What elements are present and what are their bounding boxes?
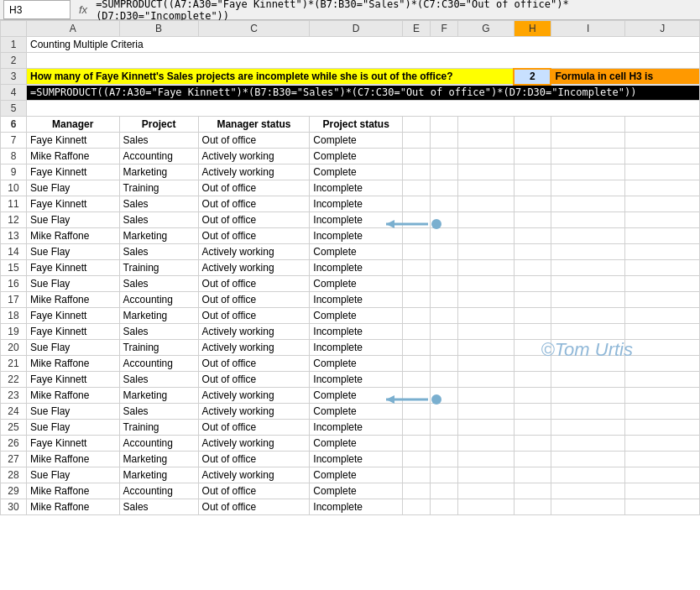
cell-manager[interactable]: Sue Flay (26, 276, 119, 292)
cell-manager[interactable]: Mike Raffone (26, 452, 119, 467)
data-row[interactable]: 27Mike RaffoneMarketingOut of officeInco… (1, 452, 700, 467)
cell-project[interactable]: Sales (119, 324, 198, 340)
cell-status[interactable]: Out of office (198, 356, 310, 372)
cell-project[interactable]: Sales (119, 133, 198, 149)
cell-manager[interactable]: Mike Raffone (26, 483, 119, 499)
cell-status[interactable]: Out of office (198, 276, 310, 292)
cell-project[interactable]: Accounting (119, 149, 198, 164)
cell-project[interactable]: Marketing (119, 308, 198, 324)
data-row[interactable]: 10Sue FlayTrainingOut of officeIncomplet… (1, 180, 700, 196)
data-row[interactable]: 23Mike RaffoneMarketingActively workingC… (1, 388, 700, 404)
cell-project[interactable]: Training (119, 180, 198, 196)
data-row[interactable]: 16Sue FlaySalesOut of officeComplete (1, 276, 700, 292)
cell-status[interactable]: Out of office (198, 452, 310, 467)
cell-status[interactable]: Out of office (198, 292, 310, 308)
cell-proj-status[interactable]: Complete (310, 244, 403, 260)
cell-manager[interactable]: Faye Kinnett (26, 372, 119, 388)
cell-proj-status[interactable]: Incomplete (310, 260, 403, 276)
col-header-j[interactable]: J (625, 21, 700, 37)
cell-status[interactable]: Out of office (198, 372, 310, 388)
cell-proj-status[interactable]: Incomplete (310, 292, 403, 308)
cell-status[interactable]: Actively working (198, 324, 310, 340)
cell-project[interactable]: Marketing (119, 228, 198, 244)
cell-proj-status[interactable]: Complete (310, 276, 403, 292)
cell-proj-status[interactable]: Complete (310, 436, 403, 452)
cell-project[interactable]: Sales (119, 404, 198, 420)
cell-project[interactable]: Sales (119, 196, 198, 212)
cell-manager[interactable]: Sue Flay (26, 244, 119, 260)
cell-project[interactable]: Marketing (119, 467, 198, 483)
col-header-a[interactable]: A (26, 21, 119, 37)
cell-proj-status[interactable]: Incomplete (310, 324, 403, 340)
col-header-i[interactable]: I (551, 21, 624, 37)
cell-manager[interactable]: Mike Raffone (26, 356, 119, 372)
cell-manager[interactable]: Sue Flay (26, 420, 119, 436)
col-header-h[interactable]: H (514, 21, 551, 37)
cell-proj-status[interactable]: Incomplete (310, 499, 403, 515)
cell-proj-status[interactable]: Complete (310, 149, 403, 164)
cell-project[interactable]: Sales (119, 244, 198, 260)
data-row[interactable]: 9Faye KinnettMarketingActively workingCo… (1, 164, 700, 180)
cell-proj-status[interactable]: Complete (310, 356, 403, 372)
col-header-d[interactable]: D (310, 21, 403, 37)
cell-manager[interactable]: Faye Kinnett (26, 196, 119, 212)
cell-proj-status[interactable]: Incomplete (310, 452, 403, 467)
cell-project[interactable]: Marketing (119, 164, 198, 180)
data-row[interactable]: 11Faye KinnettSalesOut of officeIncomple… (1, 196, 700, 212)
cell-project[interactable]: Sales (119, 372, 198, 388)
cell-manager[interactable]: Faye Kinnett (26, 436, 119, 452)
cell-proj-status[interactable]: Incomplete (310, 340, 403, 356)
cell-status[interactable]: Actively working (198, 244, 310, 260)
cell-manager[interactable]: Sue Flay (26, 180, 119, 196)
cell-proj-status[interactable]: Incomplete (310, 228, 403, 244)
cell-project[interactable]: Accounting (119, 356, 198, 372)
cell-status[interactable]: Out of office (198, 499, 310, 515)
cell-proj-status[interactable]: Incomplete (310, 196, 403, 212)
data-row[interactable]: 25Sue FlayTrainingOut of officeIncomplet… (1, 420, 700, 436)
cell-proj-status[interactable]: Complete (310, 133, 403, 149)
data-row[interactable]: 19Faye KinnettSalesActively workingIncom… (1, 324, 700, 340)
cell-manager[interactable]: Faye Kinnett (26, 324, 119, 340)
cell-proj-status[interactable]: Incomplete (310, 180, 403, 196)
cell-manager[interactable]: Faye Kinnett (26, 308, 119, 324)
cell-project[interactable]: Training (119, 420, 198, 436)
row-3[interactable]: 3 How many of Faye Kinnett's Sales proje… (1, 69, 700, 85)
name-box[interactable]: H3 (3, 0, 71, 19)
data-row[interactable]: 30Mike RaffoneSalesOut of officeIncomple… (1, 499, 700, 515)
cell-proj-status[interactable]: Incomplete (310, 372, 403, 388)
cell-status[interactable]: Out of office (198, 133, 310, 149)
data-row[interactable]: 20Sue FlayTrainingActively workingIncomp… (1, 340, 700, 356)
cell-status[interactable]: Actively working (198, 340, 310, 356)
cell-manager[interactable]: Faye Kinnett (26, 164, 119, 180)
cell-status[interactable]: Actively working (198, 436, 310, 452)
cell-proj-status[interactable]: Complete (310, 404, 403, 420)
cell-manager[interactable]: Mike Raffone (26, 292, 119, 308)
col-header-c[interactable]: C (198, 21, 310, 37)
cell-project[interactable]: Training (119, 340, 198, 356)
data-row[interactable]: 7Faye KinnettSalesOut of officeComplete (1, 133, 700, 149)
cell-status[interactable]: Actively working (198, 164, 310, 180)
cell-status[interactable]: Out of office (198, 308, 310, 324)
cell-status[interactable]: Actively working (198, 388, 310, 404)
cell-status[interactable]: Out of office (198, 196, 310, 212)
cell-manager[interactable]: Sue Flay (26, 340, 119, 356)
cell-proj-status[interactable]: Complete (310, 308, 403, 324)
data-row[interactable]: 28Sue FlayMarketingActively workingCompl… (1, 467, 700, 483)
data-row[interactable]: 26Faye KinnettAccountingActively working… (1, 436, 700, 452)
cell-manager[interactable]: Mike Raffone (26, 388, 119, 404)
data-row[interactable]: 24Sue FlaySalesActively workingComplete (1, 404, 700, 420)
cell-project[interactable]: Sales (119, 276, 198, 292)
cell-status[interactable]: Actively working (198, 467, 310, 483)
data-row[interactable]: 12Sue FlaySalesOut of officeIncomplete (1, 212, 700, 228)
data-row[interactable]: 17Mike RaffoneAccountingOut of officeInc… (1, 292, 700, 308)
cell-manager[interactable]: Faye Kinnett (26, 133, 119, 149)
cell-proj-status[interactable]: Incomplete (310, 420, 403, 436)
cell-manager[interactable]: Mike Raffone (26, 499, 119, 515)
cell-status[interactable]: Out of office (198, 212, 310, 228)
cell-proj-status[interactable]: Complete (310, 388, 403, 404)
data-row[interactable]: 22Faye KinnettSalesOut of officeIncomple… (1, 372, 700, 388)
data-row[interactable]: 8Mike RaffoneAccountingActively workingC… (1, 149, 700, 164)
data-row[interactable]: 21Mike RaffoneAccountingOut of officeCom… (1, 356, 700, 372)
cell-status[interactable]: Out of office (198, 228, 310, 244)
data-row[interactable]: 13Mike RaffoneMarketingOut of officeInco… (1, 228, 700, 244)
